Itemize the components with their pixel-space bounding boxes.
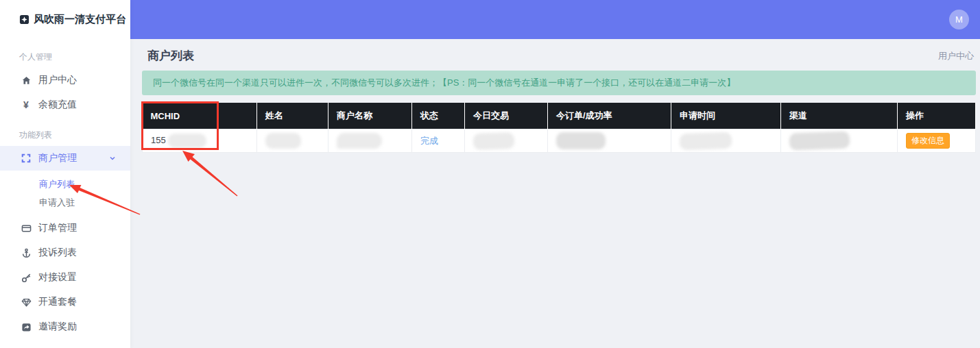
sidebar-item-invite-reward[interactable]: 邀请奖励 <box>0 314 130 339</box>
sidebar-item-integration-settings[interactable]: 对接设置 <box>0 265 130 290</box>
sidebar-item-complaint-list[interactable]: 投诉列表 <box>0 240 130 265</box>
sidebar-item-label: 订单管理 <box>38 222 77 234</box>
cell-mchid: 155 <box>143 129 257 153</box>
cell-merchant-name <box>328 129 412 153</box>
breadcrumb[interactable]: 用户中心 <box>938 50 974 62</box>
cell-name <box>257 129 328 153</box>
edit-info-button[interactable]: 修改信息 <box>906 133 950 149</box>
col-merchant-name: 商户名称 <box>328 103 412 129</box>
redacted-blur <box>473 132 515 149</box>
col-actions: 操作 <box>898 103 976 129</box>
sidebar-item-label: 对接设置 <box>38 271 77 284</box>
anchor-icon <box>20 248 32 258</box>
col-status: 状态 <box>412 103 465 129</box>
sidebar-item-label: 用户中心 <box>38 74 77 86</box>
sidebar-item-label: 投诉列表 <box>38 247 77 259</box>
redacted-blur <box>337 133 382 149</box>
sidebar-item-label: 余额充值 <box>38 99 77 111</box>
page-title: 商户列表 <box>147 48 194 64</box>
sidebar-nav: 个人管理 用户中心 ¥ 余额充值 功能列表 商户管理 <box>0 50 130 339</box>
merchant-table: MCHID 姓名 商户名称 状态 今日交易 今订单/成功率 申请时间 渠道 操作 <box>142 103 976 153</box>
sidebar-item-label: 商户管理 <box>38 152 77 164</box>
redacted-blur <box>556 132 606 149</box>
gem-icon <box>20 297 32 308</box>
col-mchid: MCHID <box>143 103 257 129</box>
redacted-blur <box>168 134 206 148</box>
expand-icon <box>20 153 32 163</box>
sidebar-item-apply-entry[interactable]: 申请入驻 <box>0 193 130 212</box>
content-header: 商户列表 用户中心 <box>142 39 976 71</box>
cell-channel <box>781 129 898 153</box>
avatar[interactable]: M <box>949 10 969 29</box>
table-row: 155 完成 修改信息 <box>143 129 976 153</box>
yen-icon: ¥ <box>20 99 32 110</box>
cell-actions: 修改信息 <box>898 129 976 153</box>
redacted-blur <box>265 133 301 149</box>
redacted-blur <box>680 132 732 150</box>
mchid-value: 155 <box>151 135 166 145</box>
sidebar-section-functions: 功能列表 <box>0 128 130 142</box>
col-name: 姓名 <box>257 103 328 129</box>
status-link[interactable]: 完成 <box>420 136 438 146</box>
sidebar-item-label: 邀请奖励 <box>38 321 77 333</box>
sidebar: 风吹雨一清支付平台 个人管理 用户中心 ¥ 余额充值 功能列表 <box>0 0 130 348</box>
cell-today-trade <box>465 129 548 153</box>
redacted-blur <box>789 131 850 150</box>
merchant-submenu: 商户列表 申请入驻 <box>0 171 130 216</box>
content: 商户列表 用户中心 同一个微信号在同一个渠道只可以进件一次，不同微信号可以多次进… <box>130 39 980 153</box>
col-orders-success-rate: 今订单/成功率 <box>548 103 671 129</box>
home-icon <box>20 75 32 86</box>
sidebar-item-user-center[interactable]: 用户中心 <box>0 68 130 92</box>
sidebar-item-open-package[interactable]: 开通套餐 <box>0 290 130 314</box>
sidebar-item-merchant-list[interactable]: 商户列表 <box>0 175 130 193</box>
cell-apply-time <box>671 129 781 153</box>
col-apply-time: 申请时间 <box>671 103 781 129</box>
cell-status: 完成 <box>412 129 465 153</box>
brand[interactable]: 风吹雨一清支付平台 <box>0 0 130 39</box>
sidebar-item-order-management[interactable]: 订单管理 <box>0 216 130 240</box>
topbar: M <box>130 0 980 39</box>
col-today-trade: 今日交易 <box>465 103 548 129</box>
sidebar-item-label: 开通套餐 <box>38 296 77 308</box>
main-area: M 商户列表 用户中心 同一个微信号在同一个渠道只可以进件一次，不同微信号可以多… <box>130 0 980 348</box>
sidebar-item-merchant-management[interactable]: 商户管理 <box>0 146 130 171</box>
sidebar-item-balance-recharge[interactable]: ¥ 余额充值 <box>0 92 130 117</box>
table-header-row: MCHID 姓名 商户名称 状态 今日交易 今订单/成功率 申请时间 渠道 操作 <box>143 103 976 129</box>
page: 风吹雨一清支付平台 个人管理 用户中心 ¥ 余额充值 功能列表 <box>0 0 980 348</box>
chevron-down-icon <box>108 154 117 162</box>
card-icon <box>20 223 32 234</box>
brand-title: 风吹雨一清支付平台 <box>34 13 126 26</box>
col-channel: 渠道 <box>781 103 898 129</box>
notice-banner: 同一个微信号在同一个渠道只可以进件一次，不同微信号可以多次进件；【PS：同一个微… <box>142 71 976 95</box>
key-icon <box>20 273 32 283</box>
brand-logo-icon <box>19 14 29 25</box>
cell-orders-success-rate <box>548 129 671 153</box>
share-icon <box>20 322 32 332</box>
sidebar-section-personal: 个人管理 <box>0 50 130 64</box>
